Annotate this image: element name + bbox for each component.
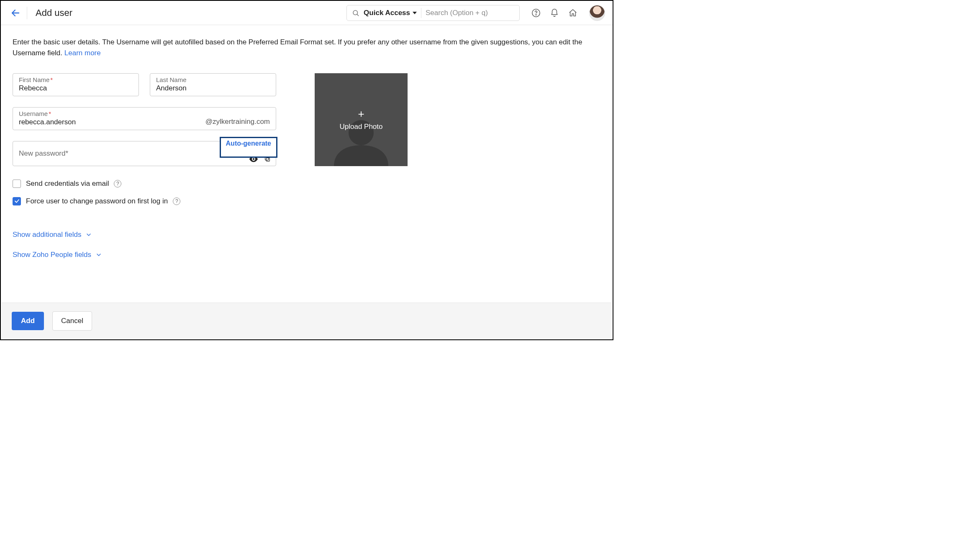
check-icon [14, 198, 20, 204]
username-domain: @zylkertraining.com [205, 118, 270, 126]
cancel-button[interactable]: Cancel [52, 311, 92, 331]
add-button[interactable]: Add [12, 312, 44, 330]
user-avatar[interactable] [589, 5, 605, 21]
search-bar[interactable]: Quick Access [346, 5, 520, 21]
page-title: Add user [36, 8, 72, 18]
force-change-row: Force user to change password on first l… [13, 197, 276, 205]
last-name-input[interactable] [156, 84, 270, 92]
first-name-label: First Name [19, 76, 49, 83]
help-icon[interactable] [531, 8, 541, 18]
quick-access-dropdown[interactable]: Quick Access [364, 9, 417, 17]
first-name-input[interactable] [19, 84, 133, 92]
send-credentials-label: Send credentials via email [26, 180, 109, 188]
form-column: First Name* Last Name Username* @zylkert… [13, 73, 276, 259]
chevron-down-icon [95, 251, 102, 258]
send-credentials-checkbox[interactable] [13, 180, 21, 188]
bell-icon[interactable] [550, 8, 559, 18]
back-button[interactable] [10, 8, 21, 18]
home-icon[interactable] [568, 8, 577, 18]
auto-generate-button[interactable]: Auto-generate [220, 137, 277, 158]
footer-bar: Add Cancel [2, 303, 612, 339]
learn-more-link[interactable]: Learn more [64, 49, 101, 57]
upload-photo-label: Upload Photo [339, 123, 382, 131]
chevron-down-icon [85, 231, 92, 238]
svg-point-5 [536, 14, 536, 15]
help-icon[interactable]: ? [114, 180, 121, 187]
intro-text: Enter the basic user details. The Userna… [13, 37, 601, 59]
content-area: Enter the basic user details. The Userna… [1, 25, 613, 303]
force-change-label: Force user to change password on first l… [26, 197, 168, 205]
force-change-checkbox[interactable] [13, 197, 21, 205]
required-mark: * [66, 149, 69, 157]
top-bar: Add user Quick Access [1, 1, 613, 25]
svg-marker-3 [413, 12, 417, 14]
arrow-left-icon [10, 8, 21, 18]
svg-rect-7 [266, 158, 269, 161]
upload-photo-box[interactable]: + Upload Photo [315, 73, 408, 166]
caret-down-icon [413, 11, 417, 15]
last-name-label: Last Name [156, 76, 187, 83]
last-name-field[interactable]: Last Name [150, 73, 276, 96]
show-zoho-people-label: Show Zoho People fields [13, 251, 91, 259]
quick-access-label: Quick Access [364, 9, 410, 17]
show-additional-fields[interactable]: Show additional fields [13, 231, 276, 239]
svg-point-6 [253, 158, 254, 159]
show-additional-label: Show additional fields [13, 231, 81, 239]
username-field[interactable]: Username* @zylkertraining.com [13, 107, 276, 130]
search-input[interactable] [426, 9, 514, 17]
username-label: Username [19, 110, 48, 117]
send-credentials-row: Send credentials via email ? [13, 180, 276, 188]
plus-icon: + [358, 108, 364, 119]
topbar-actions [531, 5, 605, 21]
show-zoho-people-fields[interactable]: Show Zoho People fields [13, 251, 276, 259]
required-mark: * [49, 110, 51, 117]
required-mark: * [50, 76, 53, 83]
search-icon [352, 9, 359, 17]
svg-line-2 [357, 14, 358, 15]
first-name-field[interactable]: First Name* [13, 73, 139, 96]
help-icon[interactable]: ? [173, 198, 180, 205]
divider [27, 7, 27, 19]
auto-generate-label: Auto-generate [226, 140, 271, 147]
divider [421, 8, 421, 18]
username-input[interactable] [19, 118, 205, 126]
password-label: New password [19, 149, 66, 157]
